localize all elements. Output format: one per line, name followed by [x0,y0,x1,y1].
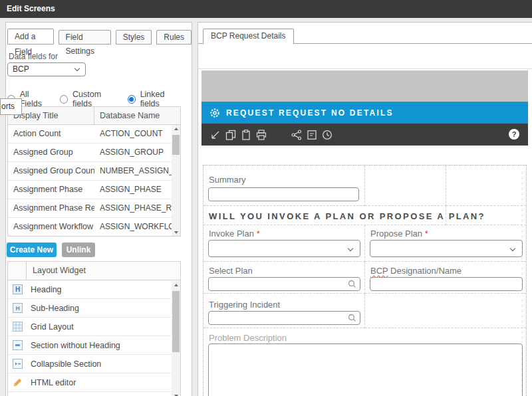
unlink-button[interactable]: Unlink [62,243,95,257]
problem-description-textarea[interactable] [208,344,523,396]
widget-label: Collapsible Section [27,359,101,369]
display-title-cell: Assignment Phase Ref [8,199,94,217]
radio-linked-fields[interactable]: Linked fields [128,90,181,108]
tab-field-settings[interactable]: Field Settings [59,30,111,45]
tab-rules[interactable]: Rules [156,30,192,45]
form-cell-select-plan: Select Plan [203,262,365,294]
table-row[interactable]: Assignment Workflow ASSIGN_WORKFLOW [8,218,180,237]
table-row[interactable]: Assignment Phase ASSIGN_PHASE [8,181,180,199]
radio-selected-icon [128,95,136,104]
required-asterisk: * [425,229,428,239]
bcp-word: BCP [370,266,388,276]
fields-table-body: Action Count ACTION_COUNT Assigned Group… [7,125,181,237]
form-cell-triggering-incident: Triggering Incident [203,294,365,328]
propose-plan-label-text: Propose Plan [370,229,422,239]
preview-toolbar: ? [201,124,528,146]
preview-header-title: REQUEST REQUEST NO DETAILS [226,108,394,118]
heading-icon: H [8,284,27,294]
display-title-cell: Assignment Phase [8,181,94,199]
invoke-plan-label: Invoke Plan* [209,229,260,239]
scroll-down-icon[interactable] [172,228,180,237]
widget-row-grid-layout[interactable]: Grid Layout [8,318,180,336]
widget-row-section-without-heading[interactable]: Section without Heading [8,336,180,355]
display-title-cell: Action Count [8,125,94,143]
preview-header-bar: REQUEST REQUEST NO DETAILS [201,102,528,124]
invoke-plan-select[interactable] [208,240,360,257]
svg-text:H: H [15,305,19,312]
database-name-cell: ASSIGN_GROUP [94,144,180,161]
share-icon[interactable] [291,130,302,140]
radio-circle-icon [60,95,68,104]
table-row[interactable]: Action Count ACTION_COUNT [8,125,180,144]
widgets-table-scrollbar[interactable] [172,281,180,396]
form-icon[interactable] [307,130,317,140]
widget-row-html-editor[interactable]: HTML editor [8,373,180,392]
database-name-cell: ASSIGN_WORKFLOW [94,218,180,236]
tab-bcp-request-details[interactable]: BCP Request Details [203,29,294,44]
linked-fields-table: Display Title Database Name Action Count… [7,106,181,237]
table-row[interactable]: Assigned Group ASSIGN_GROUP [8,144,180,162]
data-fields-select[interactable]: BCP [7,62,86,76]
form-cell-empty [446,206,526,225]
scrollbar-thumb[interactable] [172,135,180,155]
data-fields-for-label: Data fields for [9,52,58,61]
table-row[interactable]: Assigned Group Count NUMBER_ASSIGN_GROUP [8,162,180,181]
bcp-designation-input[interactable] [370,277,523,291]
form-cell-empty [365,165,446,206]
search-icon[interactable] [348,314,356,322]
form-cell-propose-plan: Propose Plan* [365,225,526,262]
clipped-tooltip: orts [0,98,22,115]
triggering-incident-search-field [208,311,360,325]
copy-icon[interactable] [225,130,236,140]
html-editor-icon [8,377,27,387]
triggering-incident-input[interactable] [208,311,360,325]
pin-icon[interactable] [210,130,221,140]
search-icon[interactable] [348,280,356,288]
form-preview: Summary WILL YOU INVOKE A PLAN OR PROPOS… [203,165,527,396]
database-name-cell: ASSIGN_PHASE [94,181,180,199]
widget-row-subheading[interactable]: H Sub-Heading [8,299,180,318]
history-icon[interactable] [322,130,332,140]
form-cell-summary: Summary [203,165,365,206]
scrollbar-thumb[interactable] [172,291,180,352]
chevron-down-icon [510,246,515,251]
tab-styles[interactable]: Styles [116,30,152,45]
collapsible-icon [8,359,27,369]
widget-row-heading[interactable]: H Heading [8,280,180,299]
paste-icon[interactable] [241,130,251,140]
radio-custom-fields[interactable]: Custom fields [60,90,117,108]
section-icon [8,340,27,350]
scroll-up-icon[interactable] [172,125,180,134]
help-icon[interactable]: ? [509,129,519,140]
table-row[interactable]: Assignment Phase Ref ASSIGN_PHASE_REF [8,199,180,218]
problem-description-label: Problem Description [209,333,287,343]
database-name-cell: ACTION_COUNT [94,125,180,143]
form-cell-problem-description: Problem Description [203,328,526,396]
widget-label: Grid Layout [27,322,74,332]
print-icon[interactable] [256,130,267,140]
select-plan-input[interactable] [208,277,360,291]
propose-plan-select[interactable] [370,240,523,257]
field-filter-radios: All Fields Custom fields Linked fields [7,90,192,108]
display-title-cell: Assigned Group [8,144,94,161]
radio-label: Custom fields [72,90,117,108]
propose-plan-label: Propose Plan* [370,229,428,239]
app-window: Edit Screens Add a Field Field Settings … [0,0,532,396]
tab-add-a-field[interactable]: Add a Field [7,29,54,45]
field-editor-panel: Add a Field Field Settings Styles Rules … [5,22,192,396]
radio-label: Linked fields [140,90,181,108]
chevron-down-icon [74,66,80,71]
radio-label: All Fields [20,90,50,108]
fields-table-scrollbar[interactable] [172,125,180,237]
column-header-database-name: Database Name [94,107,180,124]
data-fields-selected-value: BCP [13,64,29,74]
form-cell-empty [365,294,526,328]
layout-widgets-table: Layout Widget H Heading H Sub-Heading Gr… [7,261,181,396]
widget-row-collapsible-section[interactable]: Collapsible Section [8,355,180,373]
create-new-button[interactable]: Create New [7,243,57,257]
widget-label: HTML editor [27,378,76,387]
scroll-up-icon[interactable] [172,281,180,290]
scroll-down-icon[interactable] [172,391,180,396]
widget-label: Sub-Heading [27,304,79,313]
summary-input[interactable] [208,187,359,201]
